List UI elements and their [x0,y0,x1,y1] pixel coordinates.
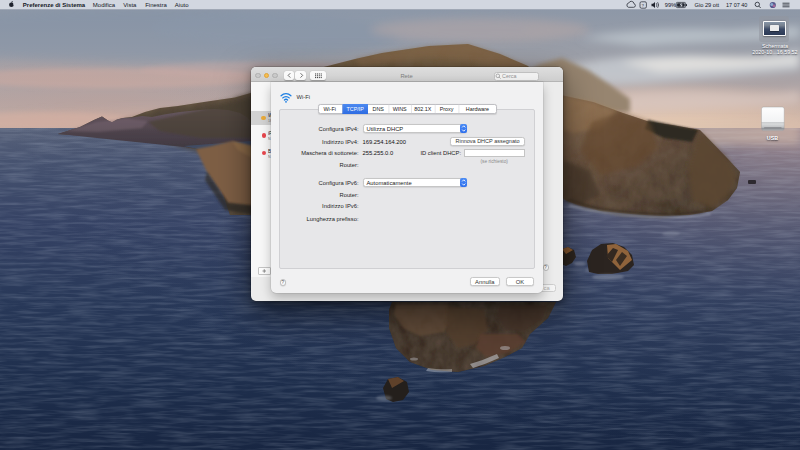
svg-text:Finestra: Finestra [145,2,167,8]
svg-text:Gio 29 ott: Gio 29 ott [695,2,720,8]
svg-text:Modifica: Modifica [93,2,116,8]
svg-text:?: ? [642,3,645,8]
svg-text:Aiuto: Aiuto [175,2,189,8]
svg-text:17 07 40: 17 07 40 [726,2,747,8]
svg-text:99%: 99% [665,2,676,8]
svg-text:Preferenze di Sistema: Preferenze di Sistema [23,2,86,8]
svg-text:Vista: Vista [123,2,137,8]
